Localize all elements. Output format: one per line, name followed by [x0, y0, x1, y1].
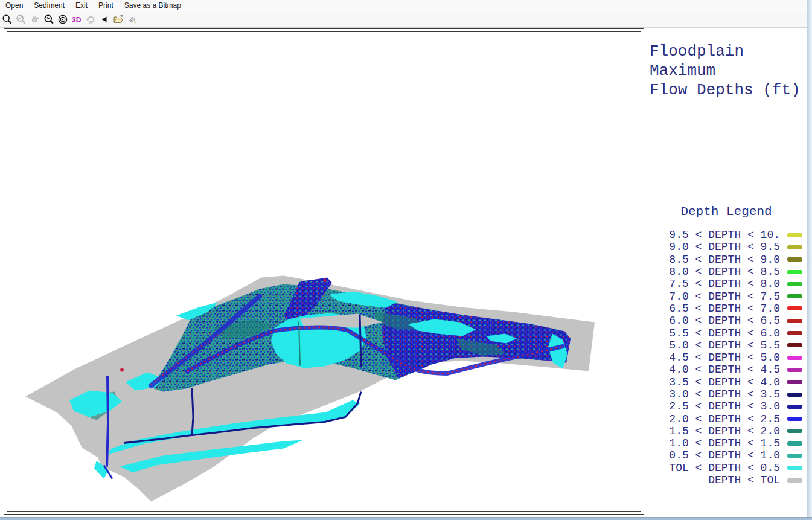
red-marker: [120, 368, 124, 372]
legend-label: 6.5 < DEPTH < 7.0: [669, 303, 780, 315]
legend-heading: Depth Legend: [646, 205, 807, 219]
legend-row: DEPTH < TOL: [652, 474, 802, 486]
legend-row: 6.0 < DEPTH < 6.5: [652, 315, 802, 327]
legend-row: 2.5 < DEPTH < 3.0: [652, 400, 802, 412]
legend-label: 3.5 < DEPTH < 4.0: [669, 376, 780, 388]
legend-label: 2.0 < DEPTH < 2.5: [669, 413, 780, 425]
legend-row: 4.0 < DEPTH < 4.5: [652, 364, 802, 376]
zoom-in-icon[interactable]: [2, 14, 13, 25]
legend-row: 3.0 < DEPTH < 3.5: [652, 388, 802, 400]
legend-row: 7.0 < DEPTH < 7.5: [652, 290, 802, 302]
window-border-right: [807, 0, 812, 520]
legend-label: 7.0 < DEPTH < 7.5: [669, 290, 780, 303]
legend-swatch: [787, 257, 802, 262]
menu-item[interactable]: Open: [0, 0, 28, 11]
legend-swatch: [787, 282, 802, 286]
legend-row: TOL < DEPTH < 0.5: [652, 462, 802, 474]
legend-swatch: [787, 331, 802, 335]
toolbar: 3D 90 2: [0, 11, 812, 27]
legend-swatch: [787, 380, 802, 384]
menu-bar: Open Sediment Exit Print Save as a Bitma…: [0, 0, 812, 11]
rotate-90-icon: 90: [85, 14, 96, 25]
depth-legend: 9.5 < DEPTH < 10. 9.0 < DEPTH < 9.5 8.5 …: [652, 229, 802, 486]
map-viewport[interactable]: [7, 31, 641, 512]
map-title-line: Maximum: [650, 61, 801, 80]
legend-label: 3.0 < DEPTH < 3.5: [669, 388, 780, 400]
view-3d-icon[interactable]: 3D: [71, 14, 82, 25]
legend-row: 1.5 < DEPTH < 2.0: [652, 425, 802, 437]
menu-item[interactable]: Save as a Bitmap: [119, 0, 187, 11]
legend-label: 8.0 < DEPTH < 8.5: [669, 266, 780, 278]
map-title: FloodplainMaximumFlow Depths (ft): [650, 42, 801, 100]
legend-row: 4.5 < DEPTH < 5.0: [652, 351, 802, 364]
legend-label: 4.5 < DEPTH < 5.0: [669, 351, 780, 364]
legend-label: 1.5 < DEPTH < 2.0: [669, 425, 780, 437]
legend-label: 0.5 < DEPTH < 1.0: [669, 449, 780, 461]
red-marker-small: [324, 279, 327, 282]
legend-swatch: [787, 478, 802, 483]
menu-item[interactable]: Exit: [70, 0, 93, 11]
legend-swatch: [787, 245, 802, 249]
legend-swatch: [787, 405, 802, 409]
legend-swatch: [787, 233, 802, 237]
zoom-out-icon: [16, 14, 27, 25]
legend-row: 5.0 < DEPTH < 5.5: [652, 339, 802, 351]
legend-row: 8.0 < DEPTH < 8.5: [652, 266, 802, 278]
clear-icon: [127, 14, 138, 25]
menu-item[interactable]: Sediment: [28, 0, 70, 11]
legend-label: 6.0 < DEPTH < 6.5: [669, 315, 780, 327]
legend-row: 3.5 < DEPTH < 4.0: [652, 376, 802, 388]
toolbar-separator: [0, 27, 812, 28]
map-frame: [4, 28, 644, 515]
legend-swatch: [787, 368, 802, 372]
app-window: Open Sediment Exit Print Save as a Bitma…: [0, 0, 812, 520]
legend-row: 2.0 < DEPTH < 2.5: [652, 412, 802, 425]
legend-label: 8.5 < DEPTH < 9.0: [669, 254, 780, 266]
legend-label: 4.0 < DEPTH < 4.5: [669, 364, 780, 376]
map-title-line: Floodplain: [650, 42, 801, 61]
legend-label: 2.5 < DEPTH < 3.0: [669, 400, 780, 412]
menu-item[interactable]: Print: [93, 0, 119, 11]
window-border-bottom: [0, 517, 812, 520]
legend-label: 1.0 < DEPTH < 1.5: [669, 437, 780, 449]
legend-swatch: [787, 441, 802, 446]
legend-row: 9.5 < DEPTH < 10.: [652, 229, 802, 241]
legend-row: 6.5 < DEPTH < 7.0: [652, 303, 802, 315]
legend-label: 9.5 < DEPTH < 10.: [669, 229, 780, 241]
legend-panel: FloodplainMaximumFlow Depths (ft) Depth …: [646, 28, 807, 515]
legend-swatch: [787, 429, 802, 433]
legend-label: 5.0 < DEPTH < 5.5: [669, 339, 780, 351]
legend-label: DEPTH < TOL: [708, 474, 780, 486]
legend-swatch: [787, 466, 802, 470]
legend-swatch: [787, 294, 802, 298]
legend-label: 9.0 < DEPTH < 9.5: [669, 241, 780, 253]
pan-hand-icon: [30, 14, 40, 25]
svg-text:3D: 3D: [72, 15, 82, 24]
legend-label: 7.5 < DEPTH < 8.0: [669, 278, 780, 290]
svg-text:2: 2: [120, 14, 123, 19]
legend-row: 9.0 < DEPTH < 9.5: [652, 241, 802, 253]
map-title-line: Flow Depths (ft): [650, 80, 801, 100]
legend-row: 7.5 < DEPTH < 8.0: [652, 278, 802, 290]
legend-swatch: [787, 454, 802, 458]
legend-row: 0.5 < DEPTH < 1.0: [652, 449, 802, 461]
legend-swatch: [787, 270, 802, 274]
legend-swatch: [787, 343, 802, 347]
zoom-select-icon[interactable]: [43, 14, 54, 25]
floodplain-map: [7, 32, 641, 511]
legend-swatch: [787, 356, 802, 360]
target-icon[interactable]: [57, 14, 68, 25]
legend-swatch: [787, 417, 802, 421]
back-icon[interactable]: [99, 14, 110, 25]
legend-row: 8.5 < DEPTH < 9.0: [652, 254, 802, 266]
open-results-icon[interactable]: 2: [113, 14, 124, 25]
legend-label: TOL < DEPTH < 0.5: [669, 462, 780, 474]
legend-label: 5.5 < DEPTH < 6.0: [669, 327, 780, 339]
legend-swatch: [787, 306, 802, 310]
legend-swatch: [787, 393, 802, 397]
legend-row: 1.0 < DEPTH < 1.5: [652, 437, 802, 449]
legend-swatch: [787, 319, 802, 323]
legend-row: 5.5 < DEPTH < 6.0: [652, 327, 802, 339]
svg-text:90: 90: [89, 20, 94, 24]
